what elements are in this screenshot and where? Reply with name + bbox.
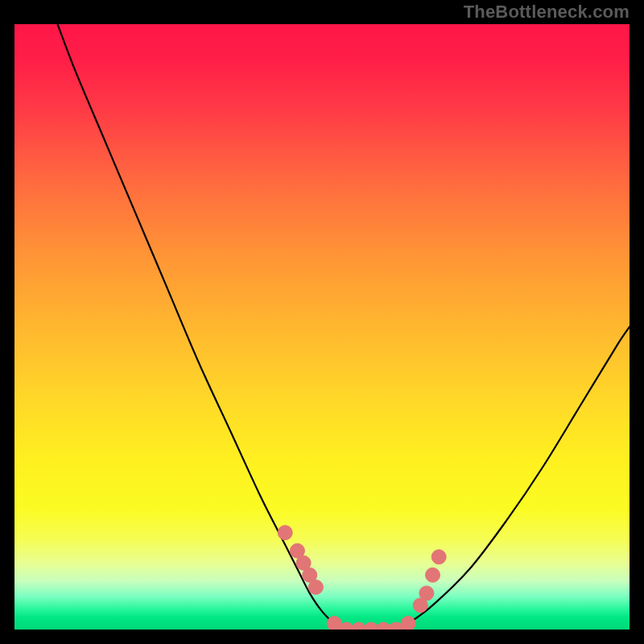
- highlight-dot: [308, 580, 323, 594]
- highlight-dot: [401, 617, 415, 630]
- highlight-dot: [278, 526, 292, 540]
- curve-svg: [14, 24, 630, 630]
- chart-container: TheBottleneck.com: [0, 0, 644, 644]
- highlight-dot: [431, 550, 446, 564]
- watermark-text: TheBottleneck.com: [464, 2, 630, 23]
- highlight-dot: [426, 568, 440, 582]
- bottleneck-curve: [58, 24, 630, 630]
- plot-area: [14, 24, 630, 630]
- highlight-dot: [419, 586, 434, 601]
